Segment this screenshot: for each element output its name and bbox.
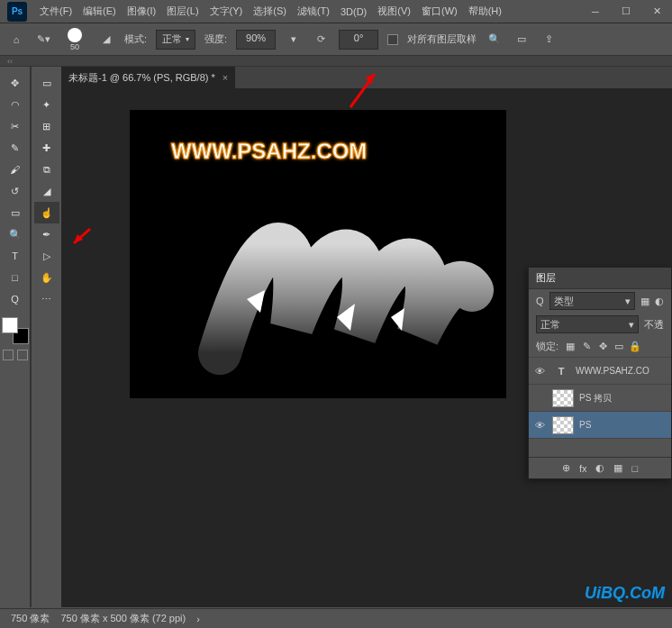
document-tab-bar: 未标题-1 @ 66.7% (PS, RGB/8) * × [61, 67, 672, 88]
visibility-icon[interactable]: 👁 [532, 366, 547, 377]
brush-stroke-artwork [202, 200, 490, 380]
layer-thumbnail [552, 416, 574, 434]
quick-select-tool[interactable]: ✦ [34, 94, 59, 115]
ellipsis-tool[interactable]: ⋯ [34, 288, 59, 310]
menu-type[interactable]: 文字(Y) [204, 1, 249, 22]
tool-preset-icon[interactable]: ✎▾ [34, 31, 52, 49]
strength-arrow-icon[interactable]: ▾ [285, 31, 303, 49]
layers-tab-label: 图层 [536, 271, 556, 285]
mode-value: 正常 [162, 32, 182, 46]
sample-all-label: 对所有图层取样 [407, 32, 477, 46]
lock-position-icon[interactable]: ✥ [596, 341, 609, 353]
layers-blend-row: 正常▾ 不透 [529, 313, 671, 336]
status-bar: 750 像素 750 像素 x 500 像素 (72 ppi) › [0, 608, 672, 628]
chevron-down-icon: ▾ [186, 35, 189, 43]
menu-select[interactable]: 选择(S) [248, 1, 292, 22]
search-icon[interactable]: 🔍 [486, 31, 504, 49]
chevron-down-icon: ▾ [629, 319, 634, 331]
watermark: UiBQ.CoM [585, 584, 665, 603]
layer-name: PS 拷贝 [579, 392, 612, 405]
lock-all-icon[interactable]: 🔒 [629, 341, 641, 353]
type-tool[interactable]: T [3, 245, 28, 267]
layer-row-text[interactable]: 👁 T WWW.PSAHZ.CO [529, 358, 671, 385]
menu-window[interactable]: 窗口(W) [416, 1, 463, 22]
menu-filter[interactable]: 滤镜(T) [292, 1, 335, 22]
gradient-tool[interactable]: ▭ [3, 202, 28, 223]
group-icon[interactable]: □ [631, 463, 638, 474]
lock-brush-icon[interactable]: ✎ [580, 341, 593, 353]
layer-thumbnail [552, 389, 574, 407]
options-bar: ⌂ ✎▾ 50 ◢ 模式: 正常 ▾ 强度: 90% ▾ ⟳ 0° 对所有图层取… [0, 23, 672, 56]
canvas[interactable]: WWW.PSAHZ.COM [130, 110, 506, 398]
layer-row-ps[interactable]: 👁 PS [529, 412, 671, 439]
path-select-tool[interactable]: ▷ [34, 245, 59, 267]
frame-icon[interactable]: ▭ [513, 31, 531, 49]
eyedropper-tool[interactable]: ✎ [3, 137, 28, 159]
zoom-tool[interactable]: 🔍 [3, 223, 28, 245]
strength-input[interactable]: 90% [236, 30, 276, 50]
document-tab[interactable]: 未标题-1 @ 66.7% (PS, RGB/8) * × [61, 67, 235, 88]
menu-file[interactable]: 文件(F) [34, 1, 77, 22]
fx-icon[interactable]: fx [579, 463, 587, 474]
tool-col-left: ✥ ◠ ✂ ✎ 🖌 ↺ ▭ 🔍 T □ Q [0, 67, 31, 607]
color-swatches[interactable] [2, 317, 29, 344]
maximize-button[interactable]: ☐ [611, 0, 641, 23]
mask-icon[interactable]: ◐ [595, 462, 604, 474]
menu-image[interactable]: 图像(I) [122, 1, 161, 22]
home-icon[interactable]: ⌂ [7, 31, 25, 49]
brush-dot-icon [68, 28, 82, 42]
foreground-color-swatch[interactable] [2, 317, 18, 333]
lock-artboard-icon[interactable]: ▭ [613, 341, 625, 353]
angle-input[interactable]: 0° [339, 30, 378, 50]
hand-tool[interactable]: ✋ [34, 267, 59, 288]
status-zoom[interactable]: 750 像素 [11, 612, 50, 625]
screenmode-icon[interactable] [3, 350, 14, 360]
marquee-tool[interactable]: ▭ [34, 72, 59, 94]
menu-help[interactable]: 帮助(H) [463, 1, 507, 22]
status-dimensions[interactable]: 750 像素 x 500 像素 (72 ppi) [60, 612, 186, 625]
blend-mode-dropdown[interactable]: 正常▾ [536, 315, 639, 333]
menu-edit[interactable]: 编辑(E) [77, 1, 122, 22]
lasso-tool[interactable]: ◠ [3, 94, 28, 115]
quickmask-icon[interactable] [17, 350, 28, 360]
filter-adjust-icon[interactable]: ◐ [655, 296, 664, 307]
layers-panel-header[interactable]: 图层 [529, 268, 671, 289]
clone-tool[interactable]: ⧉ [34, 159, 59, 180]
eraser-tool[interactable]: ◢ [34, 180, 59, 202]
collapse-bar[interactable]: ‹‹ [0, 56, 672, 67]
titlebar: Ps 文件(F) 编辑(E) 图像(I) 图层(L) 文字(Y) 选择(S) 滤… [0, 0, 672, 23]
link-layers-icon[interactable]: ⊕ [562, 462, 570, 474]
app-logo: Ps [7, 2, 27, 22]
mode-dropdown[interactable]: 正常 ▾ [156, 30, 195, 50]
move-tool[interactable]: ✥ [3, 72, 28, 94]
smudge-tool[interactable]: ☝ [34, 202, 59, 223]
filter-pixel-icon[interactable]: ▦ [640, 296, 649, 307]
visibility-icon[interactable]: 👁 [532, 420, 547, 431]
angle-icon: ⟳ [312, 31, 330, 49]
crop-tool[interactable]: ✂ [3, 115, 28, 137]
healing-tool[interactable]: ✚ [34, 137, 59, 159]
rectangle-tool[interactable]: □ [3, 267, 28, 288]
share-icon[interactable]: ⇪ [540, 31, 558, 49]
adjustment-icon[interactable]: ▦ [613, 462, 622, 474]
blend-mode-value: 正常 [540, 318, 560, 332]
layer-row-copy[interactable]: PS 拷贝 [529, 385, 671, 412]
brush-tool[interactable]: 🖌 [3, 159, 28, 180]
layers-panel: 图层 Q 类型▾ ▦ ◐ 正常▾ 不透 锁定: ▦ ✎ ✥ ▭ 🔒 👁 T WW… [528, 267, 672, 479]
brush-preview[interactable]: 50 [61, 26, 88, 53]
lock-transparent-icon[interactable]: ▦ [564, 341, 577, 353]
frame-tool[interactable]: ⊞ [34, 115, 59, 137]
minimize-button[interactable]: ─ [580, 0, 611, 23]
search-tool[interactable]: Q [3, 288, 28, 310]
menu-layer[interactable]: 图层(L) [161, 1, 204, 22]
status-more-icon[interactable]: › [196, 614, 200, 624]
pen-tool[interactable]: ✒ [34, 223, 59, 245]
close-button[interactable]: ✕ [641, 0, 672, 23]
close-icon[interactable]: × [222, 72, 228, 83]
brush-panel-icon[interactable]: ◢ [97, 31, 115, 49]
sample-all-checkbox[interactable] [387, 34, 398, 45]
menu-3d[interactable]: 3D(D) [335, 3, 372, 21]
layers-filter-dropdown[interactable]: 类型▾ [549, 292, 635, 310]
menu-view[interactable]: 视图(V) [372, 1, 416, 22]
history-brush-tool[interactable]: ↺ [3, 180, 28, 202]
